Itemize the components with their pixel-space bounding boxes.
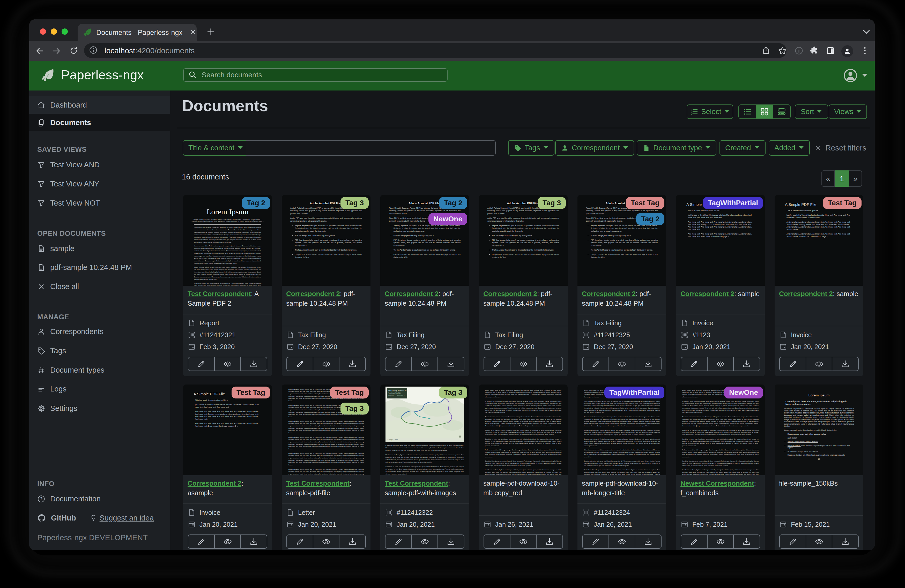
svg-text:Google Earth: Google Earth (387, 439, 398, 441)
svg-text:Legend — Day 1 Day 2: Legend — Day 1 Day 2 (388, 395, 405, 396)
svg-text:?: ? (40, 496, 43, 501)
svg-text:Trip Sept 4 (MTS): Trip Sept 4 (MTS) (388, 392, 400, 394)
svg-text:Boundary Waters Trip: Boundary Waters Trip (388, 389, 408, 391)
